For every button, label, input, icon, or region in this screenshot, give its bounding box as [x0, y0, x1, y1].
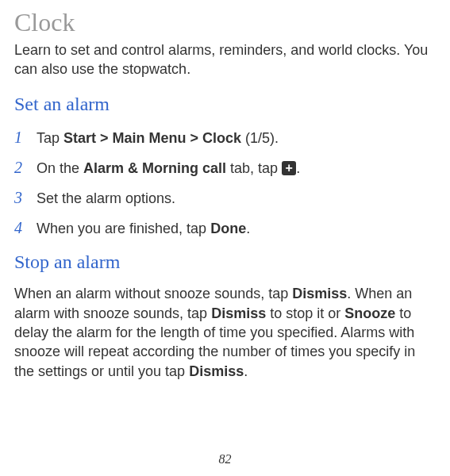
step-item: 1 Tap Start > Main Menu > Clock (1/5). [14, 126, 436, 148]
bold-text: Alarm & Morning call [83, 160, 226, 176]
bold-text: Dismiss [211, 305, 266, 321]
bold-text: Dismiss [189, 363, 244, 379]
text-fragment: to stop it or [266, 305, 344, 321]
text-fragment: Tap [37, 130, 63, 146]
plus-icon [282, 161, 296, 175]
bold-text: Dismiss [292, 286, 347, 301]
section-heading-set-alarm: Set an alarm [14, 94, 436, 115]
step-text: When you are finished, tap Done. [37, 219, 436, 239]
step-number: 4 [14, 217, 29, 239]
text-fragment: When an alarm without snooze sounds, tap [14, 286, 292, 301]
page-number: 82 [219, 452, 232, 466]
step-list-set-alarm: 1 Tap Start > Main Menu > Clock (1/5). 2… [14, 126, 436, 240]
page-title: Clock [14, 8, 436, 37]
step-item: 2 On the Alarm & Morning call tab, tap . [14, 156, 436, 178]
text-fragment: . [244, 363, 248, 379]
text-fragment: . [246, 221, 250, 236]
step-text: On the Alarm & Morning call tab, tap . [37, 159, 436, 178]
intro-paragraph: Learn to set and control alarms, reminde… [14, 40, 436, 79]
step-item: 3 Set the alarm options. [14, 186, 436, 209]
step-number: 3 [14, 186, 29, 209]
body-paragraph: When an alarm without snooze sounds, tap… [14, 284, 436, 380]
step-text: Tap Start > Main Menu > Clock (1/5). [37, 129, 436, 148]
bold-text: Done [210, 221, 246, 236]
section-heading-stop-alarm: Stop an alarm [14, 251, 436, 273]
step-text: Set the alarm options. [37, 189, 436, 209]
text-fragment: . [296, 160, 300, 176]
step-number: 1 [14, 126, 29, 148]
step-item: 4 When you are finished, tap Done. [14, 217, 436, 239]
bold-text: Start > Main Menu > Clock [63, 130, 241, 146]
step-number: 2 [14, 156, 29, 178]
text-fragment: When you are finished, tap [37, 221, 210, 236]
text-fragment: On the [37, 160, 83, 176]
text-fragment: tab, tap [226, 160, 282, 176]
bold-text: Snooze [344, 305, 395, 321]
text-fragment: (1/5). [241, 130, 279, 146]
